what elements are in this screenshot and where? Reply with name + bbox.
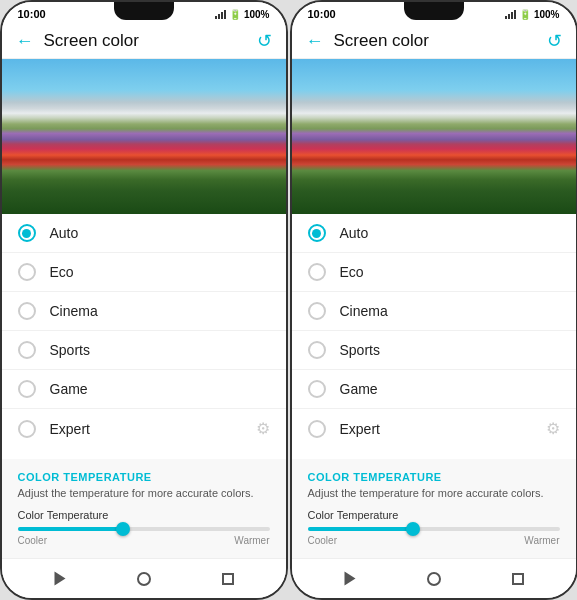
back-nav-button[interactable] bbox=[54, 572, 65, 586]
option-row-game[interactable]: Game bbox=[2, 370, 286, 409]
slider-label: Color Temperature bbox=[308, 509, 560, 521]
radio-auto[interactable] bbox=[308, 224, 326, 242]
status-time: 10:00 bbox=[308, 8, 336, 20]
mountain-scene bbox=[292, 59, 576, 214]
radio-cinema[interactable] bbox=[308, 302, 326, 320]
option-row-eco[interactable]: Eco bbox=[2, 253, 286, 292]
option-label-eco: Eco bbox=[340, 264, 560, 280]
slider-track[interactable] bbox=[18, 527, 270, 531]
page-title: Screen color bbox=[334, 31, 547, 51]
battery-percent: 100% bbox=[244, 9, 270, 20]
phone-left: 10:00 🔋 100% ← Screen color ↺ AutoEcoCin… bbox=[0, 0, 288, 600]
top-bar: ← Screen color ↺ bbox=[292, 24, 576, 59]
status-time: 10:00 bbox=[18, 8, 46, 20]
cooler-label: Cooler bbox=[308, 535, 337, 546]
slider-labels: Cooler Warmer bbox=[308, 535, 560, 546]
phone-right: 10:00 🔋 100% ← Screen color ↺ AutoEcoCin… bbox=[290, 0, 578, 600]
color-temp-heading: COLOR TEMPERATURE bbox=[308, 471, 560, 483]
color-temp-description: Adjust the temperature for more accurate… bbox=[18, 487, 270, 499]
back-button[interactable]: ← bbox=[306, 31, 324, 52]
cooler-label: Cooler bbox=[18, 535, 47, 546]
warmer-label: Warmer bbox=[234, 535, 269, 546]
color-temp-description: Adjust the temperature for more accurate… bbox=[308, 487, 560, 499]
option-row-game[interactable]: Game bbox=[292, 370, 576, 409]
option-label-eco: Eco bbox=[50, 264, 270, 280]
warmer-label: Warmer bbox=[524, 535, 559, 546]
option-row-auto[interactable]: Auto bbox=[2, 214, 286, 253]
back-button[interactable]: ← bbox=[16, 31, 34, 52]
battery-icon: 🔋 bbox=[519, 9, 531, 20]
gear-icon[interactable]: ⚙ bbox=[546, 419, 560, 438]
recents-nav-button[interactable] bbox=[222, 573, 234, 585]
home-nav-button[interactable] bbox=[137, 572, 151, 586]
slider-fill bbox=[308, 527, 414, 531]
radio-inner-auto bbox=[22, 229, 31, 238]
status-icons: 🔋 100% bbox=[215, 9, 270, 20]
battery-percent: 100% bbox=[534, 9, 560, 20]
hero-image bbox=[2, 59, 286, 214]
option-label-cinema: Cinema bbox=[340, 303, 560, 319]
option-row-eco[interactable]: Eco bbox=[292, 253, 576, 292]
option-row-sports[interactable]: Sports bbox=[292, 331, 576, 370]
notch bbox=[404, 2, 464, 20]
radio-eco[interactable] bbox=[18, 263, 36, 281]
options-list: AutoEcoCinemaSportsGameExpert⚙ bbox=[292, 214, 576, 459]
slider-thumb[interactable] bbox=[116, 522, 130, 536]
radio-cinema[interactable] bbox=[18, 302, 36, 320]
option-label-cinema: Cinema bbox=[50, 303, 270, 319]
radio-eco[interactable] bbox=[308, 263, 326, 281]
options-list: AutoEcoCinemaSportsGameExpert⚙ bbox=[2, 214, 286, 459]
option-row-sports[interactable]: Sports bbox=[2, 331, 286, 370]
top-bar: ← Screen color ↺ bbox=[2, 24, 286, 59]
color-temp-section: COLOR TEMPERATURE Adjust the temperature… bbox=[2, 459, 286, 558]
option-label-sports: Sports bbox=[340, 342, 560, 358]
radio-game[interactable] bbox=[18, 380, 36, 398]
slider-thumb[interactable] bbox=[406, 522, 420, 536]
gear-icon[interactable]: ⚙ bbox=[256, 419, 270, 438]
radio-inner-auto bbox=[312, 229, 321, 238]
radio-sports[interactable] bbox=[308, 341, 326, 359]
radio-expert[interactable] bbox=[18, 420, 36, 438]
recents-nav-button[interactable] bbox=[512, 573, 524, 585]
nav-bar bbox=[2, 558, 286, 598]
option-row-cinema[interactable]: Cinema bbox=[2, 292, 286, 331]
home-nav-button[interactable] bbox=[427, 572, 441, 586]
signal-icon bbox=[215, 9, 226, 19]
radio-auto[interactable] bbox=[18, 224, 36, 242]
slider-label: Color Temperature bbox=[18, 509, 270, 521]
refresh-button[interactable]: ↺ bbox=[547, 30, 562, 52]
refresh-button[interactable]: ↺ bbox=[257, 30, 272, 52]
option-label-expert: Expert bbox=[50, 421, 256, 437]
color-temp-heading: COLOR TEMPERATURE bbox=[18, 471, 270, 483]
back-nav-button[interactable] bbox=[344, 572, 355, 586]
option-label-auto: Auto bbox=[50, 225, 270, 241]
signal-icon bbox=[505, 9, 516, 19]
radio-game[interactable] bbox=[308, 380, 326, 398]
radio-expert[interactable] bbox=[308, 420, 326, 438]
option-row-expert[interactable]: Expert⚙ bbox=[292, 409, 576, 448]
slider-labels: Cooler Warmer bbox=[18, 535, 270, 546]
radio-sports[interactable] bbox=[18, 341, 36, 359]
option-label-sports: Sports bbox=[50, 342, 270, 358]
nav-bar bbox=[292, 558, 576, 598]
notch bbox=[114, 2, 174, 20]
option-row-auto[interactable]: Auto bbox=[292, 214, 576, 253]
option-label-expert: Expert bbox=[340, 421, 546, 437]
option-label-game: Game bbox=[50, 381, 270, 397]
status-icons: 🔋 100% bbox=[505, 9, 560, 20]
hero-image bbox=[292, 59, 576, 214]
page-title: Screen color bbox=[44, 31, 257, 51]
color-temp-section: COLOR TEMPERATURE Adjust the temperature… bbox=[292, 459, 576, 558]
option-row-cinema[interactable]: Cinema bbox=[292, 292, 576, 331]
battery-icon: 🔋 bbox=[229, 9, 241, 20]
option-row-expert[interactable]: Expert⚙ bbox=[2, 409, 286, 448]
slider-track[interactable] bbox=[308, 527, 560, 531]
slider-fill bbox=[18, 527, 124, 531]
option-label-auto: Auto bbox=[340, 225, 560, 241]
option-label-game: Game bbox=[340, 381, 560, 397]
mountain-scene bbox=[2, 59, 286, 214]
